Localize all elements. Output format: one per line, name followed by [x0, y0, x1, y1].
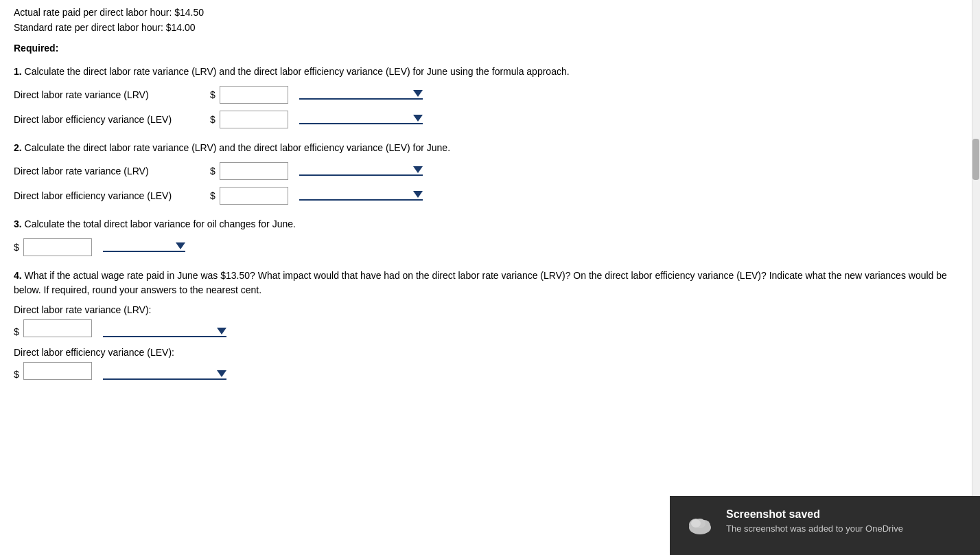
q1-lev-dropdown-arrow[interactable]	[413, 115, 423, 122]
q2-lev-row: Direct labor efficiency variance (LEV) $	[14, 187, 966, 205]
q4-lrv-row: $	[14, 319, 966, 337]
question-4-number: 4.	[14, 270, 22, 281]
q1-lev-row: Direct labor efficiency variance (LEV) $	[14, 111, 966, 128]
q2-lev-dropdown-arrow[interactable]	[413, 191, 423, 198]
q1-lrv-dropdown-container[interactable]	[299, 90, 423, 100]
q2-lrv-label: Direct labor rate variance (LRV)	[14, 166, 206, 177]
q1-lev-dollar: $	[210, 114, 215, 125]
q1-lrv-dropdown-arrow[interactable]	[413, 90, 423, 97]
q2-lrv-row: Direct labor rate variance (LRV) $	[14, 162, 966, 180]
question-3-text: 3. Calculate the total direct labor vari…	[14, 217, 966, 231]
question-4-content: What if the actual wage rate paid in Jun…	[14, 270, 947, 295]
scrollbar[interactable]	[972, 0, 980, 555]
scrollbar-thumb[interactable]	[972, 139, 979, 180]
toast-title: Screenshot saved	[726, 508, 966, 521]
toast-content: Screenshot saved The screenshot was adde…	[726, 508, 966, 534]
question-4-text: 4. What if the actual wage rate paid in …	[14, 269, 966, 297]
q2-lrv-dollar: $	[210, 166, 215, 177]
top-info-2: Standard rate per direct labor hour: $14…	[14, 22, 966, 33]
q2-lev-dollar: $	[210, 190, 215, 201]
q3-amount-input[interactable]	[23, 238, 92, 256]
q4-lrv-dropdown-container[interactable]	[103, 328, 226, 337]
toast-cloud-icon	[684, 508, 716, 541]
question-2-block: 2. Calculate the direct labor rate varia…	[14, 141, 966, 205]
q4-lrv-label: Direct labor rate variance (LRV):	[14, 304, 966, 315]
question-1-content: Calculate the direct labor rate variance…	[25, 66, 570, 77]
q4-lrv-dropdown-arrow[interactable]	[217, 328, 226, 335]
q1-lev-label: Direct labor efficiency variance (LEV)	[14, 114, 206, 125]
question-2-number: 2.	[14, 142, 22, 153]
question-4-block: 4. What if the actual wage rate paid in …	[14, 269, 966, 380]
q4-lev-input[interactable]	[23, 362, 92, 380]
q2-lev-label: Direct labor efficiency variance (LEV)	[14, 190, 206, 201]
question-1-number: 1.	[14, 66, 22, 77]
q4-lev-label: Direct labor efficiency variance (LEV):	[14, 347, 966, 358]
question-2-text: 2. Calculate the direct labor rate varia…	[14, 141, 966, 155]
q1-lrv-input[interactable]	[220, 86, 288, 104]
top-info-1: Actual rate paid per direct labor hour: …	[14, 7, 966, 18]
q4-lev-row: $	[14, 362, 966, 380]
required-heading: Required:	[14, 43, 966, 54]
question-2-content: Calculate the direct labor rate variance…	[25, 142, 450, 153]
q1-lrv-row: Direct labor rate variance (LRV) $	[14, 86, 966, 104]
q1-lrv-dollar: $	[210, 89, 215, 100]
toast-body: The screenshot was added to your OneDriv…	[726, 523, 966, 534]
q4-lrv-dollar: $	[14, 326, 19, 337]
q3-field-row: $	[14, 238, 966, 256]
svg-point-4	[691, 519, 701, 528]
q1-lev-input[interactable]	[220, 111, 288, 128]
question-3-block: 3. Calculate the total direct labor vari…	[14, 217, 966, 256]
q2-lev-input[interactable]	[220, 187, 288, 205]
q2-lrv-input[interactable]	[220, 162, 288, 180]
q4-lev-dollar: $	[14, 369, 19, 380]
q2-lev-dropdown-container[interactable]	[299, 191, 423, 201]
toast-notification: Screenshot saved The screenshot was adde…	[670, 496, 980, 555]
q4-lrv-input[interactable]	[23, 319, 92, 337]
question-3-content: Calculate the total direct labor varianc…	[25, 218, 296, 229]
question-1-block: 1. Calculate the direct labor rate varia…	[14, 65, 966, 128]
q4-lev-dropdown-container[interactable]	[103, 370, 226, 380]
q3-dropdown-arrow[interactable]	[176, 242, 185, 249]
question-1-text: 1. Calculate the direct labor rate varia…	[14, 65, 966, 79]
q4-lev-dropdown-arrow[interactable]	[217, 370, 226, 377]
q1-lev-dropdown-container[interactable]	[299, 115, 423, 124]
q2-lrv-dropdown-arrow[interactable]	[413, 166, 423, 173]
q3-dollar: $	[14, 242, 19, 253]
q2-lrv-dropdown-container[interactable]	[299, 166, 423, 176]
question-3-number: 3.	[14, 218, 22, 229]
q1-lrv-label: Direct labor rate variance (LRV)	[14, 89, 206, 100]
q3-dropdown-container[interactable]	[103, 242, 185, 252]
